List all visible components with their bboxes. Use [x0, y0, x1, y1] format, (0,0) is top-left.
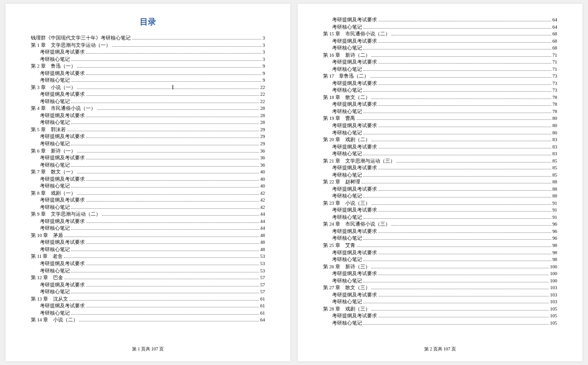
toc-entry[interactable]: 第 22 章 赵树理88 [323, 178, 557, 186]
toc-entry[interactable]: 考研核心笔记48 [31, 246, 265, 253]
toc-entry-label: 第 19 章 曹禺 [323, 115, 355, 122]
toc-entry-page: 40 [260, 176, 265, 183]
toc-entry[interactable]: 考研提纲及考试要求103 [323, 291, 557, 299]
toc-entry[interactable]: 考研提纲及考试要求53 [31, 260, 265, 267]
toc-leader-dots [71, 81, 261, 82]
toc-entry-label: 第 10 章 茅盾 [31, 232, 63, 239]
toc-entry[interactable]: 第 28 章 戏剧（三）105 [323, 306, 557, 313]
toc-entry[interactable]: 钱理群《中国现代文学三十年》考研核心笔记3 [31, 35, 265, 42]
toc-entry[interactable]: 考研核心笔记85 [323, 172, 557, 179]
toc-entry[interactable]: 第 18 章 散文（二）78 [323, 94, 557, 101]
toc-entry[interactable]: 考研提纲及考试要求80 [323, 122, 557, 129]
toc-entry[interactable]: 考研提纲及考试要求64 [323, 16, 557, 24]
toc-entry[interactable]: 考研提纲及考试要求61 [31, 302, 265, 310]
toc-entry[interactable]: 考研核心笔记9 [31, 77, 265, 84]
toc-entry[interactable]: 考研核心笔记98 [323, 256, 557, 263]
toc-entry[interactable]: 考研核心笔记100 [323, 277, 557, 285]
toc-entry-page: 29 [260, 133, 265, 140]
toc-entry[interactable]: 考研提纲及考试要求57 [31, 281, 265, 289]
toc-entry[interactable]: 考研提纲及考试要求22 [31, 91, 265, 98]
toc-leader-dots [372, 289, 549, 289]
toc-entry-label: 第 9 章 文学思潮与运动（二） [31, 211, 101, 218]
toc-entry[interactable]: 第 8 章 戏剧（一）42 [31, 190, 265, 197]
toc-entry[interactable]: 第 9 章 文学思潮与运动（二）44 [31, 211, 265, 218]
toc-entry[interactable]: 第 15 章 市民通俗小说（二）68 [323, 30, 557, 38]
toc-entry[interactable]: 考研提纲及考试要求88 [323, 186, 557, 193]
toc-entry[interactable]: 第 20 章 戏剧（二）83 [323, 136, 557, 143]
toc-entry[interactable]: 考研提纲及考试要求73 [323, 80, 557, 87]
toc-entry[interactable]: 第 11 章 老舍53 [31, 253, 265, 260]
toc-entry[interactable]: 考研提纲及考试要求44 [31, 218, 265, 225]
toc-entry[interactable]: 第 13 章 沈从文61 [31, 296, 265, 303]
toc-entry[interactable]: 考研提纲及考试要求78 [323, 101, 557, 108]
toc-entry[interactable]: 考研核心笔记83 [323, 150, 557, 158]
toc-entry[interactable]: 考研核心笔记57 [31, 288, 265, 296]
toc-entry-page: 40 [260, 182, 265, 190]
toc-entry[interactable]: 考研核心笔记29 [31, 140, 265, 148]
toc-entry[interactable]: 考研核心笔记22 [31, 98, 265, 105]
toc-entry[interactable]: 第 26 章 新诗（三）100 [323, 263, 557, 271]
toc-entry[interactable]: 第 27 章 散文（三）103 [323, 284, 557, 291]
toc-entry[interactable]: 第 3 章 小说（一）22 [31, 84, 265, 91]
toc-entry[interactable]: 考研提纲及考试要求48 [31, 239, 265, 246]
toc-entry[interactable]: 考研核心笔记36 [31, 162, 265, 169]
toc-entry[interactable]: 第 7 章 散文（一）40 [31, 168, 265, 176]
page-1-content: 目录 钱理群《中国现代文学三十年》考研核心笔记3第 1 章 文学思潮与文学运动（… [31, 16, 265, 343]
toc-entry-label: 第 12 章 巴金 [31, 274, 63, 281]
toc-entry[interactable]: 考研核心笔记68 [323, 44, 557, 52]
toc-entry[interactable]: 考研提纲及考试要求71 [323, 59, 557, 66]
toc-entry[interactable]: 第 1 章 文学思潮与文学运动（一）3 [31, 42, 265, 49]
toc-entry[interactable]: 考研提纲及考试要求85 [323, 164, 557, 172]
toc-entry[interactable]: 考研提纲及考试要求105 [323, 312, 557, 320]
toc-entry[interactable]: 考研核心笔记88 [323, 192, 557, 200]
toc-entry[interactable]: 考研核心笔记91 [323, 214, 557, 221]
toc-entry[interactable]: 考研提纲及考试要求68 [323, 38, 557, 45]
toc-entry[interactable]: 考研核心笔记71 [323, 66, 557, 73]
toc-entry[interactable]: 考研核心笔记105 [323, 320, 557, 327]
toc-entry[interactable]: 第 16 章 新诗（二）71 [323, 52, 557, 59]
toc-leader-dots [86, 265, 259, 265]
toc-entry[interactable]: 考研提纲及考试要求98 [323, 249, 557, 256]
toc-entry[interactable]: 第 24 章 市民通俗小说（三）96 [323, 221, 557, 228]
toc-entry[interactable]: 考研核心笔记44 [31, 225, 265, 232]
toc-entry[interactable]: 第 19 章 曹禺80 [323, 115, 557, 122]
toc-entry[interactable]: 考研核心笔记42 [31, 204, 265, 211]
toc-entry-label: 第 6 章 新诗（一） [31, 148, 76, 155]
toc-entry[interactable]: 第 4 章 市民通俗小说（一）28 [31, 105, 265, 112]
toc-entry[interactable]: 考研提纲及考试要求91 [323, 207, 557, 214]
toc-entry[interactable]: 第 14 章 小说（二）64 [31, 316, 265, 324]
toc-entry[interactable]: 考研核心笔记40 [31, 182, 265, 190]
toc-entry[interactable]: 考研核心笔记53 [31, 267, 265, 275]
toc-entry[interactable]: 第 25 章 艾青98 [323, 242, 557, 249]
toc-leader-dots [363, 113, 551, 113]
toc-entry[interactable]: 考研核心笔记78 [323, 108, 557, 115]
toc-entry[interactable]: 考研核心笔记64 [323, 24, 557, 31]
toc-entry[interactable]: 第 6 章 新诗（一）36 [31, 148, 265, 155]
toc-entry-page: 29 [260, 140, 265, 148]
toc-leader-dots [363, 49, 551, 49]
toc-entry[interactable]: 考研提纲及考试要求36 [31, 154, 265, 162]
toc-entry[interactable]: 第 2 章 鲁迅（一）9 [31, 63, 265, 70]
toc-entry[interactable]: 考研提纲及考试要求29 [31, 133, 265, 140]
toc-entry[interactable]: 考研提纲及考试要求3 [31, 49, 265, 56]
toc-entry[interactable]: 考研提纲及考试要求28 [31, 112, 265, 119]
toc-entry[interactable]: 考研提纲及考试要求40 [31, 176, 265, 183]
toc-entry[interactable]: 考研核心笔记80 [323, 129, 557, 137]
toc-entry[interactable]: 第 5 章 郭沫若29 [31, 126, 265, 133]
toc-entry[interactable]: 考研核心笔记73 [323, 87, 557, 94]
toc-entry[interactable]: 考研核心笔记28 [31, 119, 265, 126]
toc-entry[interactable]: 考研核心笔记103 [323, 298, 557, 306]
toc-entry[interactable]: 考研核心笔记3 [31, 56, 265, 63]
toc-entry[interactable]: 第 21 章 文学思潮与运动（三）85 [323, 158, 557, 165]
toc-entry[interactable]: 考研提纲及考试要求100 [323, 270, 557, 277]
toc-entry[interactable]: 第 17 章鲁迅（二）73 [323, 73, 557, 80]
toc-entry[interactable]: 考研提纲及考试要求83 [323, 143, 557, 151]
toc-entry[interactable]: 第 10 章 茅盾48 [31, 232, 265, 239]
toc-entry[interactable]: 考研提纲及考试要求9 [31, 70, 265, 77]
toc-entry[interactable]: 考研核心笔记61 [31, 310, 265, 317]
toc-entry[interactable]: 考研提纲及考试要求96 [323, 228, 557, 235]
toc-entry[interactable]: 考研核心笔记96 [323, 235, 557, 242]
toc-entry[interactable]: 第 12 章 巴金57 [31, 274, 265, 281]
toc-entry[interactable]: 考研提纲及考试要求42 [31, 197, 265, 204]
toc-entry[interactable]: 第 23 章 小说（三）91 [323, 200, 557, 207]
